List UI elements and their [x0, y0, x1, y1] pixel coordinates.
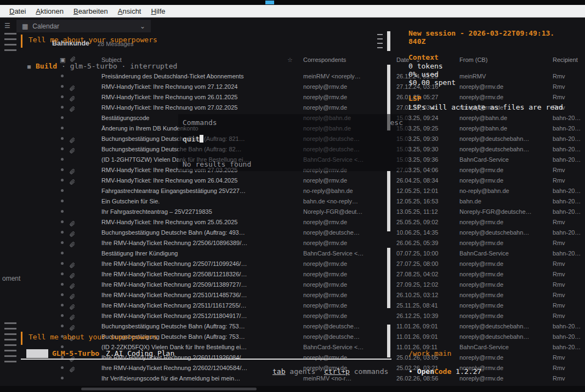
menu-hilfe[interactable]: Hilfe [146, 6, 170, 16]
terminal-scrollbar[interactable] [387, 325, 390, 357]
scroll-tick [377, 34, 383, 35]
agent-model-status [57, 62, 61, 70]
session-title-line1: New session - 2026-03-22T09:49:13. [408, 29, 554, 37]
commands-label: commands [354, 367, 389, 376]
brand-version: 1.2.27 [456, 367, 481, 376]
sidebar-dash [4, 38, 16, 40]
palette-search-input[interactable]: quit [183, 135, 203, 143]
terminal-scrollbar[interactable] [387, 171, 390, 231]
sidebar-dash [4, 33, 16, 35]
agent-name: Build [36, 62, 57, 70]
menu-bearbeiten[interactable]: Bearbeiten [69, 6, 113, 16]
context-spent: $0.00 spent [408, 78, 456, 87]
menu-ansicht[interactable]: Ansicht [113, 6, 146, 16]
user-message-bar [21, 332, 22, 345]
window-titlebar [0, 0, 585, 5]
opencode-terminal: Tell me about your superpowers ■Build · … [0, 18, 585, 392]
sidebar-dash [4, 333, 16, 335]
brand-open: Open [417, 367, 434, 376]
terminal-scrollbar[interactable] [387, 248, 390, 308]
lsp-message: LSPs will activate as files are read [408, 103, 563, 111]
context-used: 0% used [408, 70, 439, 78]
agents-label: agents [289, 367, 315, 376]
user-message-bottom: Tell me about your superpowers [29, 333, 157, 341]
model-plan: Z.AI Coding Plan [106, 349, 174, 357]
text-cursor [200, 135, 203, 143]
agent-model-status-text: · glm-5-turbo · interrupted [61, 62, 177, 70]
scroll-tick [377, 43, 383, 44]
session-title-line2: 840Z [408, 37, 425, 46]
user-message: Tell me about your superpowers [29, 36, 157, 44]
menu-datei[interactable]: Datei [4, 6, 31, 16]
palette-query: quit [183, 135, 200, 143]
screen: Datei Aktionen Bearbeiten Ansicht Hilfe … [0, 0, 585, 392]
menu-aktionen[interactable]: Aktionen [31, 6, 69, 16]
statusbar-brand: • OpenCode 1.2.27 [408, 367, 481, 376]
palette-empty-state: No results found [183, 160, 251, 168]
terminal-scrollbar[interactable] [387, 31, 390, 51]
titlebar-accent [265, 1, 274, 4]
context-header: Context [408, 53, 439, 61]
sidebar-dash [4, 344, 16, 346]
command-palette: Commands esc quit No results found [178, 114, 408, 171]
sidebar-dash [4, 339, 16, 340]
sidebar-dash [4, 49, 16, 51]
worktree-path: /work.main [408, 349, 451, 357]
sidebar-dash [4, 361, 16, 362]
status-square-icon: ■ [27, 64, 31, 70]
ctrlp-key-hint: ctrl+p [324, 367, 350, 376]
sidebar-dash [4, 44, 16, 46]
statusbar-hints: tab agents ctrl+p commands [272, 367, 388, 376]
agent-status-line: ■Build · glm-5-turbo · interrupted [27, 62, 177, 70]
tab-key-hint: tab [272, 367, 285, 376]
user-message-bar [21, 35, 22, 48]
palette-title: Commands [183, 118, 217, 127]
context-tokens: 0 tokens [408, 62, 443, 70]
content: ☰ ▦ Calendar ⌄ Bahnkunde 28 Messages ▣ S… [0, 18, 585, 392]
brand-code: Code [434, 367, 451, 376]
lsp-header: LSP [408, 94, 421, 103]
scroll-tick [377, 38, 383, 39]
sidebar-dash [4, 328, 16, 329]
palette-esc-hint: esc [390, 118, 403, 127]
sidebar-dash [4, 322, 16, 324]
opencode-logo-block [26, 349, 48, 358]
menubar: Datei Aktionen Bearbeiten Ansicht Hilfe [0, 5, 585, 18]
model-name[interactable]: GLM-5-Turbo [52, 349, 99, 357]
prompt-input-line[interactable] [21, 359, 391, 360]
scroll-tick [377, 47, 383, 48]
sidebar-dash [4, 355, 16, 357]
sidebar-dash [4, 350, 16, 351]
brand-bullet: • [408, 367, 413, 376]
